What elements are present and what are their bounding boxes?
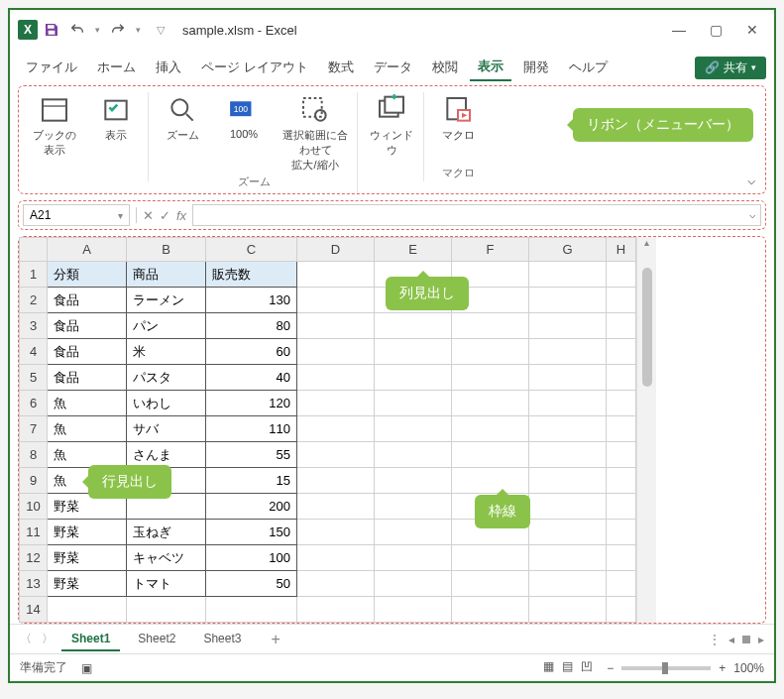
tab-view[interactable]: 表示 (470, 54, 511, 81)
ribbon-collapse-icon[interactable]: ⌵ (747, 172, 755, 187)
cancel-icon[interactable]: ✕ (143, 208, 154, 223)
cell[interactable] (529, 365, 607, 391)
row-header[interactable]: 12 (20, 545, 48, 571)
cell[interactable] (297, 442, 375, 468)
add-sheet-button[interactable]: + (259, 631, 291, 648)
cell[interactable]: 150 (206, 520, 297, 545)
sheet-tab[interactable]: Sheet1 (61, 628, 120, 651)
cell[interactable]: サバ (127, 416, 206, 442)
cell[interactable] (529, 545, 607, 571)
show-button[interactable]: 表示 (90, 96, 142, 143)
tab-review[interactable]: 校閲 (424, 55, 466, 80)
cell[interactable] (607, 520, 636, 545)
page-break-view-icon[interactable]: 凹 (581, 659, 593, 676)
column-header[interactable]: G (529, 238, 607, 262)
cell[interactable] (375, 494, 452, 520)
cell[interactable] (452, 313, 529, 339)
cell[interactable] (452, 339, 529, 365)
cell[interactable] (375, 416, 452, 442)
spreadsheet-grid[interactable]: A B C D E F G H 1 分類 商品 販売数 2 食品 ラーメ (19, 237, 636, 623)
row-header[interactable]: 14 (20, 597, 48, 623)
select-all-corner[interactable] (20, 238, 48, 262)
cell[interactable]: 商品 (127, 262, 206, 288)
cell[interactable] (529, 391, 607, 416)
row-header[interactable]: 9 (20, 468, 48, 494)
column-header[interactable]: D (297, 238, 375, 262)
column-header[interactable]: C (206, 238, 297, 262)
row-header[interactable]: 11 (20, 520, 48, 545)
redo-icon[interactable] (110, 22, 126, 38)
tab-formulas[interactable]: 数式 (320, 55, 362, 80)
column-header[interactable]: F (452, 238, 529, 262)
row-header[interactable]: 8 (20, 442, 48, 468)
cell[interactable]: 食品 (48, 365, 127, 391)
zoom-slider-knob[interactable] (662, 662, 668, 674)
zoom-out-button[interactable]: − (607, 661, 614, 675)
zoom-button[interactable]: ズーム (157, 96, 208, 143)
cell[interactable] (297, 494, 375, 520)
save-icon[interactable] (44, 22, 59, 38)
zoom-100-button[interactable]: 100 100% (218, 96, 270, 140)
cell[interactable]: 米 (127, 339, 206, 365)
cell[interactable] (375, 545, 452, 571)
cell[interactable]: キャベツ (127, 545, 206, 571)
cell[interactable]: 200 (206, 494, 297, 520)
cell[interactable] (607, 391, 636, 416)
cell[interactable]: 130 (206, 288, 297, 313)
cell[interactable] (529, 416, 607, 442)
cell[interactable] (297, 313, 375, 339)
tab-help[interactable]: ヘルプ (561, 55, 616, 80)
zoom-percent[interactable]: 100% (733, 661, 764, 675)
cell[interactable] (529, 597, 607, 623)
cell[interactable] (452, 571, 529, 597)
sheet-tab[interactable]: Sheet3 (193, 628, 251, 651)
cell[interactable] (375, 339, 452, 365)
tab-home[interactable]: ホーム (89, 55, 144, 80)
cell[interactable]: 野菜 (48, 545, 127, 571)
cell[interactable] (607, 262, 636, 288)
cell[interactable] (375, 365, 452, 391)
tab-file[interactable]: ファイル (18, 55, 85, 80)
cell[interactable] (529, 571, 607, 597)
cell[interactable]: 分類 (48, 262, 127, 288)
cell[interactable]: いわし (127, 391, 206, 416)
redo-dropdown-icon[interactable]: ▾ (136, 25, 141, 35)
cell[interactable] (607, 545, 636, 571)
cell[interactable] (452, 442, 529, 468)
cell[interactable] (375, 442, 452, 468)
share-button[interactable]: 🔗 共有 ▾ (695, 57, 766, 79)
column-header[interactable]: B (127, 238, 206, 262)
zoom-selection-button[interactable]: 選択範囲に合わせて 拡大/縮小 (280, 96, 351, 173)
cell[interactable] (375, 597, 452, 623)
cell[interactable]: 販売数 (206, 262, 297, 288)
cell[interactable] (297, 597, 375, 623)
cell[interactable] (297, 262, 375, 288)
cell[interactable]: 50 (206, 571, 297, 597)
cell[interactable]: 野菜 (48, 520, 127, 545)
book-view-button[interactable]: ブックの 表示 (29, 96, 80, 158)
row-header[interactable]: 5 (20, 365, 48, 391)
cell[interactable]: 食品 (48, 313, 127, 339)
column-header[interactable]: A (48, 238, 127, 262)
cell[interactable] (375, 313, 452, 339)
prev-sheet-icon[interactable]: 〈 (20, 631, 32, 647)
cell[interactable] (48, 597, 127, 623)
row-header[interactable]: 2 (20, 288, 48, 313)
cell[interactable]: 80 (206, 313, 297, 339)
cell[interactable] (297, 468, 375, 494)
fx-icon[interactable]: fx (176, 208, 186, 223)
row-header[interactable]: 3 (20, 313, 48, 339)
row-header[interactable]: 13 (20, 571, 48, 597)
tab-developer[interactable]: 開発 (515, 55, 557, 80)
cell[interactable] (297, 520, 375, 545)
cell[interactable]: 55 (206, 442, 297, 468)
hscroll-left-icon[interactable]: ◂ (728, 633, 734, 646)
cell[interactable]: 60 (206, 339, 297, 365)
row-header[interactable]: 7 (20, 416, 48, 442)
cell[interactable] (607, 365, 636, 391)
macro-button[interactable]: マクロ (432, 96, 484, 143)
cell[interactable] (297, 288, 375, 313)
tab-insert[interactable]: 挿入 (148, 55, 189, 80)
cell[interactable] (529, 339, 607, 365)
formula-input[interactable]: ⌵ (192, 204, 761, 226)
